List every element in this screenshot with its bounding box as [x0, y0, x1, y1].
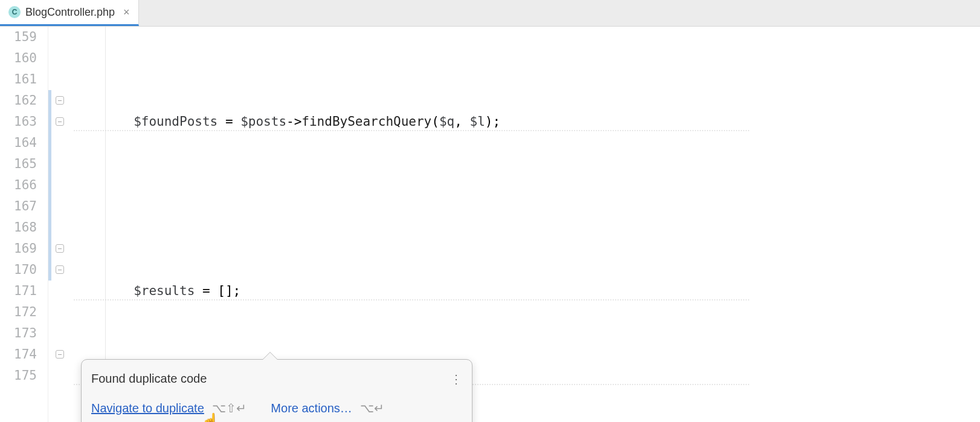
line-number: 168 — [0, 217, 37, 238]
line-number: 173 — [0, 323, 37, 344]
code-line: $foundPosts = $posts->findBySearchQuery(… — [73, 111, 980, 132]
code-line — [73, 196, 980, 217]
line-number: 175 — [0, 365, 37, 386]
tab-bar: C BlogController.php × — [0, 0, 980, 27]
line-number: 164 — [0, 132, 37, 154]
code-editor[interactable]: 159 160 161 162 163 164 165 166 167 168 … — [0, 27, 980, 422]
more-options-icon[interactable]: ⋮ — [450, 373, 462, 385]
tab-active[interactable]: C BlogController.php × — [0, 0, 139, 26]
code-line: $results = []; — [73, 281, 980, 302]
shortcut-hint: ⌥↵ — [360, 401, 384, 415]
line-number: 162 — [0, 90, 37, 111]
line-number: 172 — [0, 302, 37, 323]
line-number: 171 — [0, 281, 37, 302]
fold-icon[interactable]: – — [56, 96, 64, 105]
file-type-icon: C — [8, 6, 21, 18]
shortcut-hint: ⌥⇧↵ — [212, 401, 247, 415]
fold-gutter: – – – – – — [52, 27, 69, 422]
line-number: 169 — [0, 238, 37, 259]
more-actions-link[interactable]: More actions… — [271, 401, 352, 415]
line-number: 163 — [0, 111, 37, 132]
popup-title: Found duplicate code — [91, 368, 450, 389]
line-number: 166 — [0, 175, 37, 196]
line-number: 161 — [0, 69, 37, 90]
line-number: 160 — [0, 48, 37, 69]
close-icon[interactable]: × — [123, 6, 130, 19]
line-number: 159 — [0, 27, 37, 48]
line-number: 174 — [0, 344, 37, 365]
tab-label: BlogController.php — [25, 6, 115, 19]
fold-icon[interactable]: – — [56, 265, 64, 274]
line-number: 170 — [0, 259, 37, 281]
line-number: 165 — [0, 154, 37, 175]
line-number: 167 — [0, 196, 37, 217]
fold-icon[interactable]: – — [56, 350, 64, 359]
fold-icon[interactable]: – — [56, 117, 64, 126]
line-number-gutter: 159 160 161 162 163 164 165 166 167 168 … — [0, 27, 48, 422]
inspection-popup: Found duplicate code ⋮ Navigate to dupli… — [81, 359, 472, 422]
fold-icon[interactable]: – — [56, 244, 64, 253]
navigate-to-duplicate-link[interactable]: Navigate to duplicate — [91, 401, 204, 415]
